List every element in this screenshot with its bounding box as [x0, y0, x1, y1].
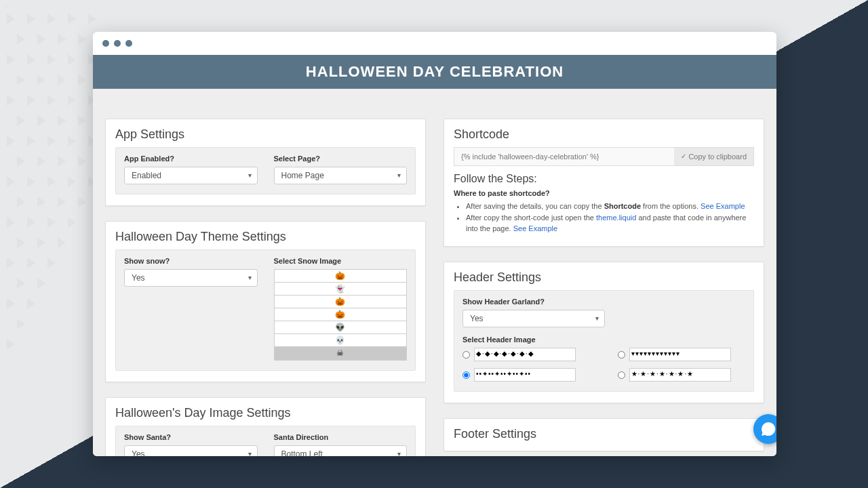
santa-direction-label: Santa Direction [274, 433, 408, 441]
svg-marker-14 [17, 75, 25, 85]
see-example-link[interactable]: See Example [701, 202, 745, 210]
snow-image-option[interactable]: 👽 [275, 321, 407, 334]
snow-image-option[interactable]: ☠ [275, 347, 407, 360]
show-snow-label: Show snow? [124, 257, 258, 265]
svg-marker-35 [78, 156, 86, 167]
svg-marker-20 [47, 95, 56, 106]
svg-marker-50 [37, 237, 45, 248]
window-dot [114, 40, 121, 47]
svg-marker-52 [7, 258, 15, 268]
shortcode-text: {% include 'halloween-day-celebration' %… [454, 148, 674, 165]
app-enabled-label: App Enabled? [124, 155, 258, 163]
svg-marker-27 [7, 136, 15, 146]
svg-marker-19 [27, 95, 35, 106]
show-snow-select[interactable]: Yes [124, 269, 258, 287]
right-column: Shortcode {% include 'halloween-day-cele… [443, 119, 764, 456]
theme-settings-panel: Halloween Day Theme Settings Show snow? … [105, 221, 426, 382]
help-item: After saving the details, you can copy t… [466, 201, 754, 211]
page-title: HALLOWEEN DAY CELEBRATION [93, 55, 776, 89]
svg-marker-2 [47, 14, 56, 24]
panel-title: Halloween's Day Image Settings [115, 406, 416, 420]
show-garland-select[interactable]: Yes [462, 310, 605, 327]
svg-marker-37 [27, 176, 35, 187]
svg-marker-32 [17, 156, 25, 167]
snow-image-option[interactable]: 🎃 [275, 308, 407, 321]
garland-preview: ◆·◆·◆·◆·◆·◆·◆ [474, 348, 576, 361]
svg-marker-5 [17, 34, 25, 45]
svg-marker-21 [68, 95, 76, 106]
svg-marker-36 [7, 176, 15, 187]
svg-marker-17 [78, 75, 86, 85]
see-example-link[interactable]: See Example [513, 224, 557, 232]
panel-body: App Enabled? Enabled Select Page? Home P… [115, 147, 416, 195]
svg-marker-56 [37, 278, 45, 289]
svg-marker-11 [47, 54, 56, 65]
left-column: App Settings App Enabled? Enabled Select… [105, 119, 426, 456]
snow-image-option[interactable]: 🎃 [275, 296, 407, 308]
header-settings-panel: Header Settings Show Header Garland? Yes… [443, 262, 764, 403]
svg-marker-24 [37, 115, 45, 126]
snow-image-list[interactable]: 🎃👻🎃🎃👽💀☠ [274, 269, 408, 361]
content-area: App Settings App Enabled? Enabled Select… [93, 89, 776, 456]
window-titlebar [93, 32, 776, 55]
header-image-option[interactable]: ••✦••✦••✦••✦•• [462, 368, 591, 382]
header-image-radio[interactable] [618, 371, 625, 379]
app-enabled-select[interactable]: Enabled [124, 167, 258, 184]
snow-image-option[interactable]: 🎃 [275, 270, 407, 283]
svg-marker-44 [78, 197, 86, 207]
header-image-option[interactable]: ◆·◆·◆·◆·◆·◆·◆ [462, 348, 591, 361]
app-window: HALLOWEEN DAY CELEBRATION App Settings A… [93, 32, 776, 456]
help-list: After saving the details, you can copy t… [454, 201, 754, 234]
select-page-label: Select Page? [274, 155, 408, 163]
image-settings-panel: Halloween's Day Image Settings Show Sant… [105, 397, 426, 456]
select-page-select[interactable]: Home Page [274, 167, 408, 184]
header-image-option[interactable]: ▾▾▾▾▾▾▾▾▾▾▾▾ [618, 348, 746, 361]
svg-marker-6 [37, 34, 45, 45]
header-image-radio[interactable] [462, 371, 470, 379]
svg-marker-55 [17, 278, 25, 289]
follow-steps-title: Follow the Steps: [454, 173, 754, 185]
svg-marker-41 [17, 197, 25, 207]
svg-marker-8 [78, 34, 86, 45]
panel-body: Show Header Garland? Yes Select Header I… [454, 290, 754, 392]
header-image-option[interactable]: ★·★·★·★·★·★·★ [618, 368, 746, 382]
svg-marker-18 [7, 95, 15, 106]
header-image-radio[interactable] [618, 351, 625, 359]
svg-marker-45 [7, 217, 15, 228]
santa-direction-select[interactable]: Bottom Left [274, 445, 408, 456]
header-image-options: ◆·◆·◆·◆·◆·◆·◆▾▾▾▾▾▾▾▾▾▾▾▾••✦••✦••✦••✦••★… [462, 348, 745, 382]
svg-marker-15 [37, 75, 45, 85]
shortcode-bar: {% include 'halloween-day-celebration' %… [454, 147, 754, 166]
svg-marker-48 [68, 217, 76, 228]
panel-title: Header Settings [454, 270, 754, 285]
svg-marker-1 [27, 14, 35, 24]
svg-marker-60 [7, 339, 15, 350]
show-santa-select[interactable]: Yes [124, 445, 258, 456]
snow-image-option[interactable]: 👻 [275, 283, 407, 296]
svg-marker-53 [27, 258, 35, 268]
svg-marker-49 [17, 237, 25, 248]
snow-image-option[interactable]: 💀 [275, 334, 407, 347]
app-settings-panel: App Settings App Enabled? Enabled Select… [105, 119, 426, 206]
svg-marker-25 [58, 115, 66, 126]
svg-marker-33 [37, 156, 45, 167]
svg-marker-7 [58, 34, 66, 45]
theme-liquid-link[interactable]: theme.liquid [596, 214, 636, 222]
svg-marker-16 [58, 75, 66, 85]
header-image-radio[interactable] [462, 351, 470, 359]
window-dot [102, 40, 109, 47]
panel-body: Show snow? Yes Select Snow Image 🎃👻🎃🎃👽💀☠ [115, 249, 416, 371]
svg-marker-23 [17, 115, 25, 126]
garland-preview: ▾▾▾▾▾▾▾▾▾▾▾▾ [629, 348, 731, 361]
footer-settings-panel: Footer Settings [443, 418, 764, 451]
panel-title: Halloween Day Theme Settings [115, 230, 416, 244]
svg-marker-28 [27, 136, 35, 146]
garland-preview: ★·★·★·★·★·★·★ [629, 368, 731, 382]
svg-marker-26 [78, 115, 86, 126]
svg-marker-42 [37, 197, 45, 207]
shortcode-panel: Shortcode {% include 'halloween-day-cele… [443, 119, 764, 247]
copy-to-clipboard-button[interactable]: Copy to clipboard [674, 148, 753, 165]
svg-marker-10 [27, 54, 35, 65]
svg-marker-29 [47, 136, 56, 146]
panel-body: Show Santa? Yes Santa Direction Bottom L… [115, 426, 416, 456]
